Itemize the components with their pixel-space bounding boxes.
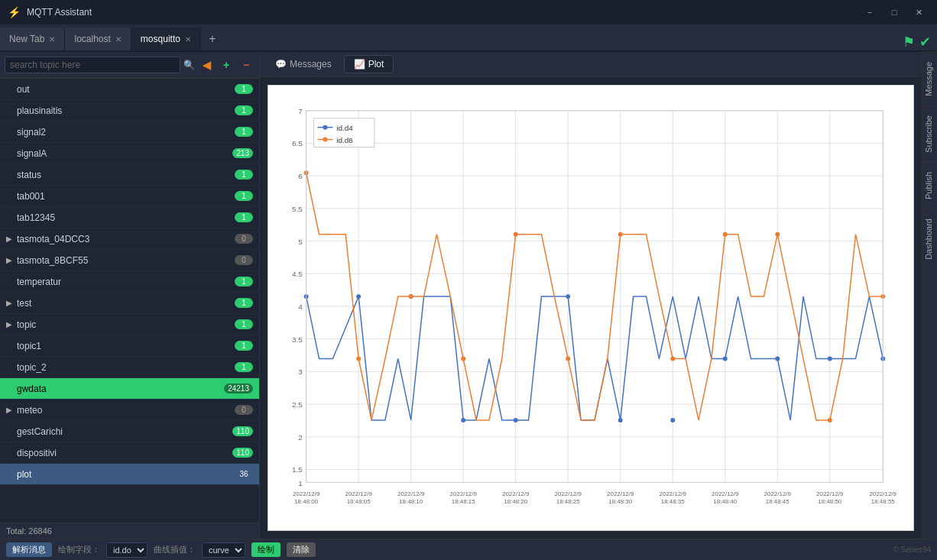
svg-text:4.5: 4.5: [292, 270, 303, 278]
tab-localhost-close[interactable]: ✕: [115, 35, 122, 44]
tab-messages[interactable]: 💬 Messages: [266, 56, 341, 73]
curve-select[interactable]: curve: [202, 542, 245, 558]
tab-mosquitto[interactable]: mosquitto ✕: [131, 28, 201, 50]
parse-message-button[interactable]: 解析消息: [6, 542, 52, 557]
tab-mosquitto-close[interactable]: ✕: [185, 35, 191, 44]
vtab-dashboard[interactable]: Dashboard: [922, 209, 938, 269]
svg-text:5.5: 5.5: [292, 205, 303, 213]
svg-point-83: [775, 232, 780, 237]
vtab-publish[interactable]: Publish: [922, 162, 938, 209]
topic-item[interactable]: gwdata24213: [0, 378, 259, 400]
topic-badge: 1: [235, 319, 253, 329]
clear-button[interactable]: 清除: [287, 542, 316, 557]
svg-text:3: 3: [298, 367, 303, 376]
topic-item[interactable]: out1: [0, 79, 259, 100]
tab-localhost-label: localhost: [74, 34, 110, 44]
svg-point-76: [409, 294, 413, 299]
chevron-icon: ▶: [6, 299, 17, 307]
svg-text:3.5: 3.5: [292, 335, 303, 344]
nav-back-button[interactable]: ◀: [198, 57, 215, 73]
add-topic-button[interactable]: +: [218, 57, 235, 73]
topic-item[interactable]: signalA213: [0, 143, 259, 164]
topic-item[interactable]: temperatur1: [0, 271, 259, 293]
plot-icon: 📈: [354, 59, 365, 70]
sidebar-footer: Total: 26846: [0, 523, 259, 539]
topic-name: meteo: [17, 405, 235, 416]
tab-right-icons: ⚑ ✔: [903, 34, 937, 50]
topic-item[interactable]: ▶topic1: [0, 314, 259, 335]
total-label: Total:: [6, 526, 26, 536]
tabbar: New Tab ✕ localhost ✕ mosquitto ✕ + ⚑ ✔: [0, 24, 937, 52]
topic-item[interactable]: plausinaitis1: [0, 100, 259, 121]
search-button[interactable]: 🔍: [183, 60, 195, 70]
topic-name: gestCarichi: [17, 426, 232, 437]
svg-point-71: [775, 357, 780, 361]
svg-text:2022/12/9: 2022/12/9: [345, 490, 373, 497]
topic-name: status: [17, 170, 235, 180]
topic-item[interactable]: status1: [0, 164, 259, 186]
topic-item[interactable]: signal21: [0, 121, 259, 143]
topic-item[interactable]: ▶tasmota_8BCF550: [0, 250, 259, 271]
svg-point-79: [566, 357, 570, 361]
curve-label: 曲线插值：: [154, 544, 196, 555]
svg-point-80: [618, 232, 623, 237]
topic-badge: 110: [232, 426, 253, 436]
field-select[interactable]: id.do: [106, 542, 148, 558]
svg-point-69: [670, 418, 675, 422]
titlebar: ⚡ MQTT Assistant − □ ✕: [0, 0, 937, 24]
svg-rect-0: [268, 95, 913, 520]
topic-name: out: [17, 84, 235, 95]
add-tab-button[interactable]: +: [201, 28, 224, 50]
tab-newtab-close[interactable]: ✕: [49, 35, 55, 44]
svg-point-84: [828, 418, 832, 422]
topic-item[interactable]: topic11: [0, 335, 259, 357]
svg-point-75: [356, 357, 361, 361]
topic-badge: 1: [235, 191, 253, 201]
remove-topic-button[interactable]: −: [238, 57, 255, 73]
topic-name: tasmota_04DCC3: [17, 234, 235, 244]
minimize-button[interactable]: −: [859, 5, 880, 20]
topic-name: gwdata: [17, 384, 224, 394]
tab-newtab[interactable]: New Tab ✕: [0, 28, 65, 50]
topic-list: out1plausinaitis1signal21signalA213statu…: [0, 79, 259, 523]
tab-localhost[interactable]: localhost ✕: [65, 28, 131, 50]
topic-item[interactable]: gestCarichi110: [0, 421, 259, 442]
topic-name: test: [17, 298, 235, 309]
topic-badge: 1: [235, 127, 253, 137]
topic-item[interactable]: ▶test1: [0, 293, 259, 314]
topic-item[interactable]: ▶tasmota_04DCC30: [0, 228, 259, 250]
chart-area: 7 6.5 6 5.5 5 4.5 4 3.5 3 2.5 2 1.5 1: [260, 77, 922, 539]
svg-point-82: [723, 232, 728, 237]
svg-point-77: [461, 357, 465, 361]
vtab-subscribe[interactable]: Subscribe: [922, 105, 938, 162]
vtab-message[interactable]: Message: [922, 52, 938, 105]
svg-text:2022/12/9: 2022/12/9: [870, 490, 897, 497]
svg-point-68: [618, 418, 623, 422]
topic-item[interactable]: tab0011: [0, 186, 259, 207]
tab-plot[interactable]: 📈 Plot: [344, 55, 394, 73]
topic-item[interactable]: tab123451: [0, 207, 259, 228]
right-panel: 💬 Messages 📈 Plot: [260, 52, 922, 539]
svg-text:2022/12/9: 2022/12/9: [607, 490, 634, 497]
topic-name: topic_2: [17, 362, 235, 373]
total-value: 26846: [28, 526, 52, 536]
svg-point-66: [514, 418, 518, 422]
messages-icon: 💬: [275, 59, 287, 70]
tab-newtab-label: New Tab: [9, 34, 44, 44]
svg-text:2: 2: [298, 433, 303, 442]
svg-text:18:48:45: 18:48:45: [766, 498, 789, 505]
maximize-button[interactable]: □: [884, 5, 905, 20]
topic-item[interactable]: dispositivi110: [0, 442, 259, 464]
svg-text:1.5: 1.5: [292, 465, 303, 474]
topic-item[interactable]: plot36: [0, 464, 259, 485]
svg-point-92: [323, 138, 327, 142]
draw-button[interactable]: 绘制: [251, 542, 280, 557]
search-input[interactable]: [5, 57, 180, 73]
sub-tabs: 💬 Messages 📈 Plot: [260, 52, 922, 77]
topic-item[interactable]: topic_21: [0, 357, 259, 378]
close-button[interactable]: ✕: [908, 5, 929, 20]
svg-point-78: [514, 232, 518, 237]
chevron-icon: ▶: [6, 256, 17, 264]
topic-item[interactable]: ▶meteo0: [0, 400, 259, 421]
topic-name: plot: [17, 469, 235, 480]
